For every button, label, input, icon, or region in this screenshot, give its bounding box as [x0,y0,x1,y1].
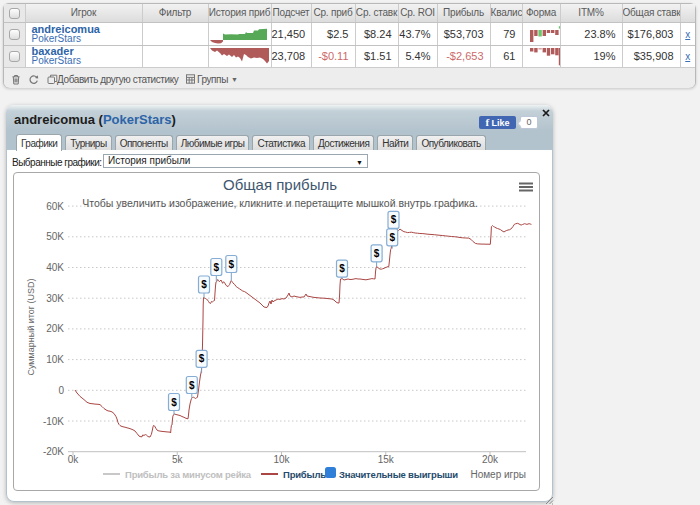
svg-text:30K: 30K [46,293,64,304]
svg-text:15k: 15k [378,454,395,465]
svg-text:40K: 40K [46,262,64,273]
svg-text:$: $ [229,259,235,270]
svg-text:10k: 10k [273,454,290,465]
svg-text:-10K: -10K [43,416,64,427]
svg-text:$: $ [201,279,207,290]
svg-text:Значительные выигрыши: Значительные выигрыши [339,469,458,480]
svg-text:$: $ [189,380,195,391]
svg-text:Прибыль за минусом рейка: Прибыль за минусом рейка [125,469,252,480]
svg-text:Номер игры: Номер игры [470,469,526,480]
svg-text:Чтобы увеличить изображение, к: Чтобы увеличить изображение, кликните и … [82,197,477,209]
svg-text:$: $ [199,353,205,364]
svg-text:Общая прибыль: Общая прибыль [223,176,337,193]
svg-text:Прибыль: Прибыль [283,469,326,480]
svg-text:$: $ [339,263,345,274]
svg-text:20K: 20K [46,323,64,334]
svg-text:5k: 5k [172,454,184,465]
svg-text:$: $ [391,214,397,225]
svg-text:$: $ [374,248,380,259]
svg-text:$: $ [389,232,395,243]
svg-text:50K: 50K [46,231,64,242]
svg-text:10K: 10K [46,354,64,365]
svg-text:$: $ [214,262,220,273]
svg-text:0k: 0k [68,454,80,465]
svg-text:0: 0 [58,385,64,396]
svg-text:$: $ [171,397,177,408]
svg-text:20k: 20k [482,454,499,465]
svg-text:-20K: -20K [43,446,64,457]
svg-text:60K: 60K [46,201,64,212]
svg-text:Суммарный итог (USD): Суммарный итог (USD) [26,278,36,375]
